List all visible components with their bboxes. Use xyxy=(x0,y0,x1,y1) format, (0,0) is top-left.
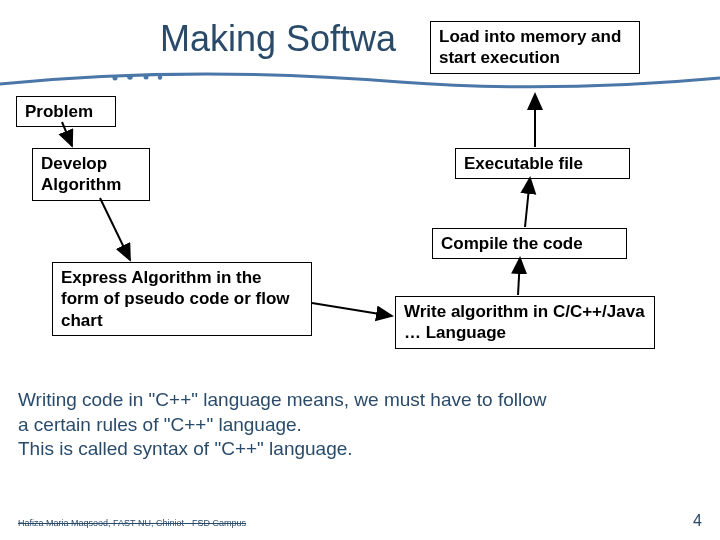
box-write-algorithm: Write algorithm in C/C++/Java … Language xyxy=(395,296,655,349)
box-executable-file: Executable file xyxy=(455,148,630,179)
footer-credit: Hafiza Maria Maqsood, FAST-NU, Chiniot -… xyxy=(18,518,246,528)
svg-point-0 xyxy=(113,76,118,81)
svg-point-1 xyxy=(127,74,133,80)
note-line-3: This is called syntax of "C++" language. xyxy=(18,437,547,462)
box-express-algorithm: Express Algorithm in the form of pseudo … xyxy=(52,262,312,336)
slide-number: 4 xyxy=(693,512,702,530)
box-load-execute: Load into memory and start execution xyxy=(430,21,640,74)
svg-line-7 xyxy=(518,258,520,295)
svg-line-8 xyxy=(525,178,530,227)
svg-point-3 xyxy=(158,75,162,79)
syntax-note: Writing code in "C++" language means, we… xyxy=(18,388,547,462)
svg-line-6 xyxy=(312,303,392,316)
note-line-1: Writing code in "C++" language means, we… xyxy=(18,388,547,413)
note-line-2: a certain rules of "C++" language. xyxy=(18,413,547,438)
svg-line-5 xyxy=(100,198,130,260)
box-develop-algorithm: Develop Algorithm xyxy=(32,148,150,201)
box-problem: Problem xyxy=(16,96,116,127)
slide-title: Making Softwa xyxy=(160,18,396,60)
box-compile-code: Compile the code xyxy=(432,228,627,259)
svg-point-2 xyxy=(144,75,149,80)
